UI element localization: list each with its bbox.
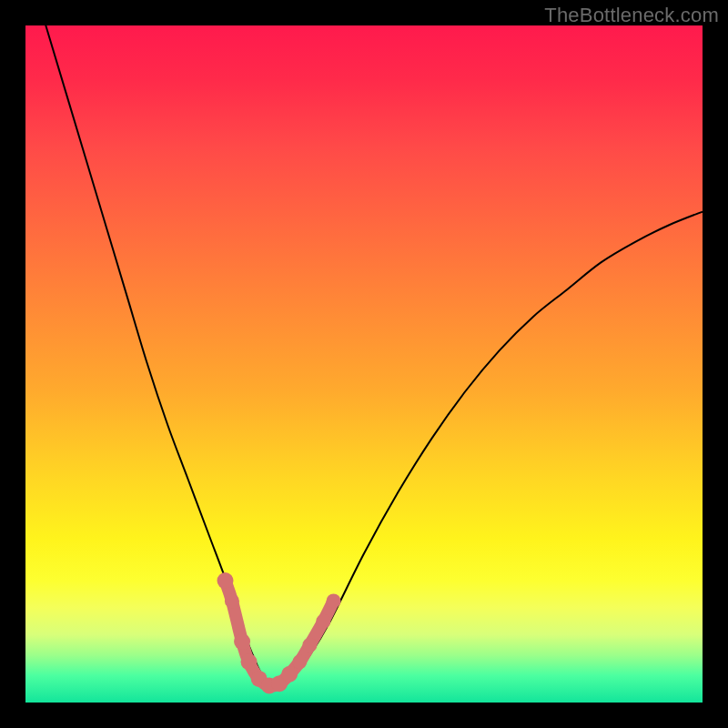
bottleneck-curve bbox=[25, 0, 703, 685]
marker-dot bbox=[225, 593, 239, 608]
marker-dot bbox=[217, 572, 233, 589]
outer-frame: TheBottleneck.com bbox=[0, 0, 728, 728]
watermark-text: TheBottleneck.com bbox=[544, 4, 719, 27]
marker-dot bbox=[281, 666, 298, 682]
marker-dot bbox=[327, 593, 341, 608]
marker-dot bbox=[292, 654, 307, 669]
marker-group bbox=[217, 572, 340, 693]
chart-svg bbox=[25, 25, 703, 703]
plot-area bbox=[25, 25, 703, 703]
marker-dot bbox=[302, 638, 317, 652]
marker-dot bbox=[234, 633, 250, 650]
marker-trough-stroke bbox=[225, 581, 333, 686]
marker-dot bbox=[316, 614, 330, 629]
marker-dot bbox=[241, 653, 258, 670]
